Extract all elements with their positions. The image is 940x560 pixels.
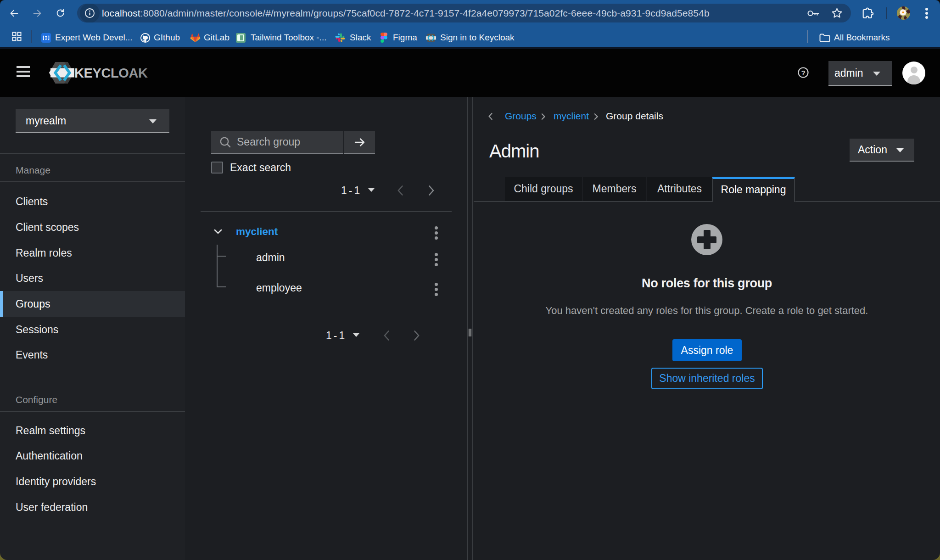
svg-text:?: ?: [801, 69, 805, 77]
svg-text:KEYCLOAK: KEYCLOAK: [74, 66, 148, 80]
